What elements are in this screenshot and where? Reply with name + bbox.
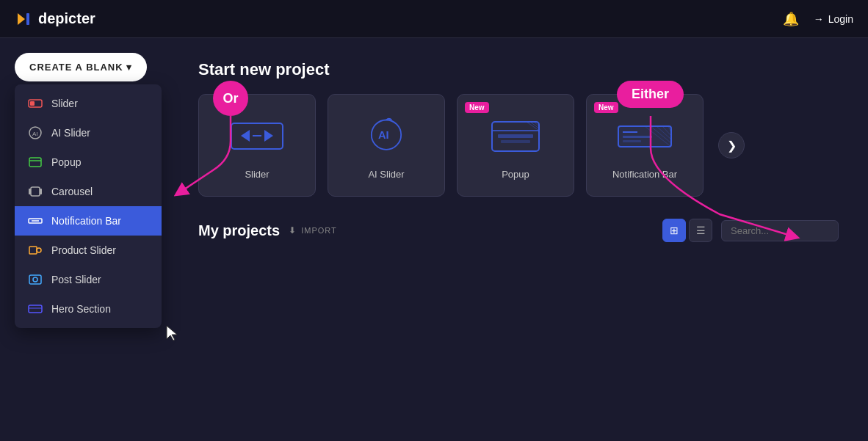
svg-marker-0 [18,13,25,25]
import-icon: ⬇ [289,225,297,236]
or-annotation: Or [213,81,248,116]
grid-view-button[interactable]: ⊞ [662,219,686,242]
bell-button[interactable]: 🔔 [780,8,802,30]
dropdown-item-hero-section[interactable]: Hero Section [15,294,162,324]
sidebar-dropdown: CREATE A BLANK ▾ Slider AI AI Slider [15,53,162,328]
svg-rect-8 [31,187,40,196]
dropdown-item-ai-slider[interactable]: AI AI Slider [15,118,162,147]
popup-icon [28,155,43,170]
logo: depicter [15,10,95,28]
slider-icon [28,96,43,111]
ai-slider-card[interactable]: AI AI Slider [328,94,445,197]
notification-bar-card[interactable]: New [586,94,704,197]
either-annotation: Either [617,81,684,108]
create-blank-button[interactable]: CREATE A BLANK ▾ [15,53,147,81]
next-button[interactable]: ❯ [718,132,745,158]
login-label: Login [828,13,853,25]
my-projects-title: My projects [198,222,280,239]
notification-bar-card-icon [615,114,674,158]
my-projects-section: My projects ⬇ IMPORT ⊞ ☰ [198,219,839,242]
grid-icon: ⊞ [670,225,679,236]
popup-card-label: Popup [502,169,529,180]
popup-card-icon [486,114,545,158]
notification-bar-icon [28,214,43,228]
svg-rect-3 [30,101,35,106]
svg-line-29 [527,122,539,131]
svg-marker-20 [241,130,250,142]
svg-point-14 [37,248,41,252]
import-button[interactable]: ⬇ IMPORT [289,225,337,236]
ai-slider-card-icon: AI [357,114,416,158]
slider-card-label: Slider [245,169,269,180]
dropdown-item-carousel[interactable]: Carousel [15,177,162,206]
svg-rect-9 [29,189,31,194]
carousel-icon [28,184,43,199]
login-icon: → [814,13,824,25]
logo-text: depicter [38,10,95,27]
dropdown-item-product-slider[interactable]: Product Slider [15,236,162,265]
section-title: Start new project [198,60,853,79]
svg-rect-10 [40,189,42,194]
notification-bar-card-label: Notification Bar [612,169,677,180]
list-view-button[interactable]: ☰ [689,219,712,242]
svg-text:AI: AI [378,129,389,141]
slider-card[interactable]: Slider [198,94,316,197]
svg-text:AI: AI [32,131,38,137]
popup-new-badge: New [465,102,489,113]
post-slider-icon [28,272,43,287]
dropdown-menu: Slider AI AI Slider Popup [15,84,162,328]
svg-rect-28 [501,140,530,143]
popup-card[interactable]: New Popup [457,94,574,197]
svg-rect-40 [623,136,652,138]
project-cards-container: Slider AI AI Slider New [198,94,853,197]
list-icon: ☰ [696,225,706,236]
dropdown-item-post-slider[interactable]: Post Slider [15,265,162,294]
import-label: IMPORT [301,226,337,235]
slider-card-icon [228,114,286,158]
svg-marker-21 [264,130,273,142]
logo-icon [15,10,32,28]
svg-rect-1 [26,13,29,25]
header-right: 🔔 → Login [780,8,853,30]
notification-bar-new-badge: New [594,102,618,113]
hero-section-icon [28,302,43,316]
dropdown-item-slider[interactable]: Slider [15,89,162,118]
svg-point-16 [33,277,37,282]
svg-rect-6 [29,158,41,167]
product-slider-icon [28,243,43,258]
ai-slider-icon: AI [28,125,43,140]
svg-rect-17 [29,305,42,313]
svg-rect-13 [29,247,37,254]
ai-slider-card-label: AI Slider [368,169,404,180]
dropdown-item-popup[interactable]: Popup [15,147,162,177]
main-area: Or Either CREATE A BLANK ▾ Slider AI [0,38,868,441]
search-input[interactable] [721,220,839,241]
dropdown-item-notification-bar[interactable]: Notification Bar [15,206,162,236]
svg-rect-15 [29,275,41,284]
svg-rect-41 [623,140,641,142]
view-toggle: ⊞ ☰ [662,219,712,242]
header: depicter 🔔 → Login [0,0,868,38]
svg-rect-27 [498,134,533,138]
login-button[interactable]: → Login [814,13,853,25]
